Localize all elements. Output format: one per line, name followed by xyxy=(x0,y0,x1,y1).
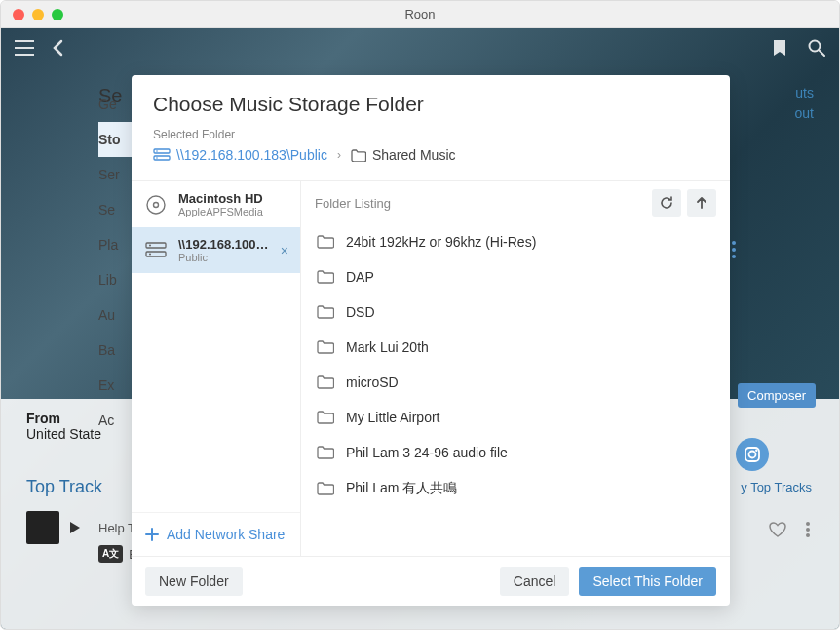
selected-folder-label: Selected Folder xyxy=(153,128,708,141)
window-minimize-button[interactable] xyxy=(32,9,44,20)
overflow-menu-icon[interactable] xyxy=(732,241,736,258)
heart-icon[interactable] xyxy=(769,522,786,537)
svg-point-15 xyxy=(149,244,151,246)
composer-button[interactable]: Composer xyxy=(738,383,816,408)
from-region: From United State xyxy=(26,411,101,442)
disk-icon xyxy=(143,194,169,216)
svg-point-5 xyxy=(806,528,810,532)
social-icon[interactable] xyxy=(736,438,769,471)
remove-source-icon[interactable]: × xyxy=(281,243,288,258)
modal-title: Choose Music Storage Folder xyxy=(153,93,708,116)
folder-row[interactable]: Phil Lam 有人共鳴 xyxy=(301,470,730,507)
server-icon xyxy=(153,148,171,162)
arrow-up-icon xyxy=(695,196,708,210)
back-icon[interactable] xyxy=(52,39,63,57)
plus-icon xyxy=(145,528,159,541)
breadcrumb-drive[interactable]: \\192.168.100.183\Public xyxy=(153,147,327,163)
folder-icon xyxy=(317,446,334,459)
folder-icon xyxy=(317,411,334,424)
cancel-button[interactable]: Cancel xyxy=(500,567,570,596)
folder-icon xyxy=(351,149,366,162)
folder-row[interactable]: My Little Airport xyxy=(301,400,730,435)
help-label: Help T xyxy=(98,521,135,535)
svg-point-6 xyxy=(806,533,810,537)
folder-icon xyxy=(317,305,334,319)
folder-icon xyxy=(317,235,334,249)
folder-icon xyxy=(317,375,334,389)
up-folder-button[interactable] xyxy=(687,189,716,217)
source-item-local-disk[interactable]: Macintosh HD AppleAPFSMedia xyxy=(132,181,300,227)
folder-name: Phil Lam 3 24-96 audio file xyxy=(346,445,508,460)
folder-row[interactable]: 24bit 192kHz or 96khz (Hi-Res) xyxy=(301,224,730,259)
new-folder-button[interactable]: New Folder xyxy=(145,567,243,596)
folder-name: Mark Lui 20th xyxy=(346,339,429,355)
svg-point-16 xyxy=(149,253,151,255)
svg-point-4 xyxy=(806,522,810,526)
source-item-network-share[interactable]: \\192.168.100.18 Public × xyxy=(132,227,300,273)
server-icon xyxy=(143,242,169,259)
select-this-folder-button[interactable]: Select This Folder xyxy=(579,567,716,596)
folder-listing-label: Folder Listing xyxy=(315,196,391,211)
composer-button-wrap: Composer xyxy=(738,383,816,408)
folder-name: 24bit 192kHz or 96khz (Hi-Res) xyxy=(346,234,536,250)
breadcrumb-separator: › xyxy=(337,148,341,162)
play-icon[interactable] xyxy=(69,521,81,534)
hamburger-menu-icon[interactable] xyxy=(15,40,34,56)
play-top-tracks-link[interactable]: y Top Tracks xyxy=(741,480,812,494)
folder-name: DAP xyxy=(346,269,374,285)
folder-row[interactable]: Phil Lam 3 24-96 audio file xyxy=(301,435,730,470)
choose-folder-modal: Choose Music Storage Folder Selected Fol… xyxy=(132,75,730,606)
breadcrumb-folder[interactable]: Shared Music xyxy=(351,147,456,163)
track-row[interactable] xyxy=(26,511,81,544)
settings-sidebar: Ge Sto Ser Se Pla Lib Au Ba Ex Ac xyxy=(98,87,134,438)
more-icon[interactable] xyxy=(806,522,810,537)
svg-point-12 xyxy=(154,202,159,207)
app-title: Roon xyxy=(404,7,435,21)
search-icon[interactable] xyxy=(808,39,825,57)
svg-point-2 xyxy=(749,452,756,458)
folder-icon xyxy=(317,270,334,284)
right-links: uts out xyxy=(795,83,814,124)
folder-icon xyxy=(317,482,334,495)
svg-point-9 xyxy=(156,150,158,152)
track-thumb xyxy=(26,511,59,544)
window-close-button[interactable] xyxy=(13,9,24,20)
source-list: Macintosh HD AppleAPFSMedia \\192.168.10… xyxy=(132,181,301,556)
svg-point-3 xyxy=(755,450,757,452)
titlebar: Roon xyxy=(1,1,839,28)
bookmark-icon[interactable] xyxy=(773,39,786,57)
main-toolbar xyxy=(1,28,839,67)
folder-row[interactable]: DAP xyxy=(301,259,730,295)
add-network-share-button[interactable]: Add Network Share xyxy=(132,512,300,556)
folder-row[interactable]: Mark Lui 20th xyxy=(301,330,730,365)
folder-name: My Little Airport xyxy=(346,410,439,425)
folder-list: 24bit 192kHz or 96khz (Hi-Res)DAPDSDMark… xyxy=(301,224,730,556)
top-tracks-heading: Top Track xyxy=(26,477,102,497)
folder-name: DSD xyxy=(346,304,375,320)
svg-point-10 xyxy=(156,157,158,159)
breadcrumb: \\192.168.100.183\Public › Shared Music xyxy=(153,147,708,173)
folder-name: Phil Lam 有人共鳴 xyxy=(346,480,457,497)
folder-name: microSD xyxy=(346,374,399,390)
folder-row[interactable]: microSD xyxy=(301,365,730,400)
svg-point-11 xyxy=(147,196,165,214)
folder-icon xyxy=(317,340,334,354)
window-zoom-button[interactable] xyxy=(52,9,63,20)
folder-row[interactable]: DSD xyxy=(301,295,730,330)
refresh-icon xyxy=(659,195,674,211)
refresh-button[interactable] xyxy=(652,189,681,217)
